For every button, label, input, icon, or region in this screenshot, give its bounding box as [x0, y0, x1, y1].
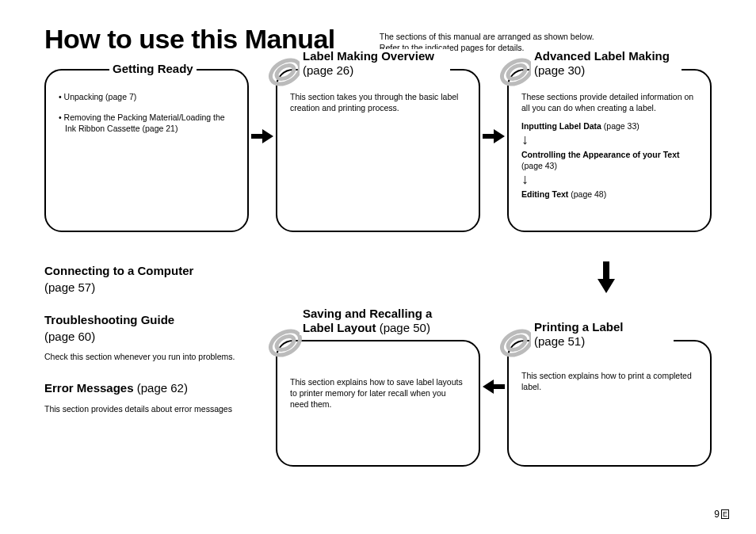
box1-bullet2: Removing the Packing Material/Loading th…	[59, 112, 235, 134]
box2-body: This section takes you through the basic…	[290, 91, 466, 113]
arrow-down-icon	[593, 260, 620, 298]
arrow-right-icon	[480, 123, 507, 150]
box3-title: Advanced Label Making (page 30)	[531, 49, 682, 78]
box5-title: Printing a Label(page 51)	[531, 320, 674, 349]
box1-bullet1: Unpacking (page 7)	[59, 91, 235, 102]
swirl-icon	[498, 53, 536, 91]
arrow-left-icon	[480, 373, 507, 400]
down-arrow-icon: ↓	[521, 132, 697, 147]
box3-body: These sections provide detailed informat…	[521, 91, 697, 113]
box-saving-recalling: Saving and Recalling a Label Layout (pag…	[276, 340, 480, 467]
box1-title: Getting Ready	[109, 62, 197, 76]
box-getting-ready: Getting Ready Unpacking (page 7) Removin…	[44, 69, 249, 232]
box5-body: This section explains how to print a com…	[521, 370, 697, 392]
text-column: Connecting to a Computer (page 57) Troub…	[44, 264, 249, 467]
swirl-icon	[266, 53, 304, 91]
page-number: 9E	[714, 509, 729, 520]
box3-sub2: Controlling the Appearance of your Text	[521, 150, 697, 159]
heading-troubleshooting: Troubleshooting Guide (page 60) Check th…	[44, 313, 249, 362]
box4-title: Saving and Recalling a Label Layout (pag…	[300, 307, 442, 335]
box-advanced-label: Advanced Label Making (page 30) These se…	[507, 69, 712, 232]
box-printing-label: Printing a Label(page 51) This section e…	[507, 340, 712, 467]
box-label-overview: Label Making Overview (page 26) This sec…	[276, 69, 480, 232]
box4-body: This section explains how to save label …	[290, 376, 466, 410]
heading-error-messages: Error Messages (page 62) This section pr…	[44, 381, 249, 415]
arrow-right-icon	[249, 123, 276, 150]
box3-sub3: Editing Text (page 48)	[521, 189, 697, 199]
box2-title: Label Making Overview (page 26)	[300, 49, 450, 78]
box3-sub1: Inputting Label Data (page 33)	[521, 121, 697, 131]
swirl-icon	[498, 324, 536, 362]
heading-connecting: Connecting to a Computer (page 57)	[44, 264, 249, 294]
box3-sublist: Inputting Label Data (page 33) ↓ Control…	[521, 121, 697, 199]
down-arrow-icon: ↓	[521, 172, 697, 186]
page-title: How to use this Manual	[44, 24, 335, 55]
